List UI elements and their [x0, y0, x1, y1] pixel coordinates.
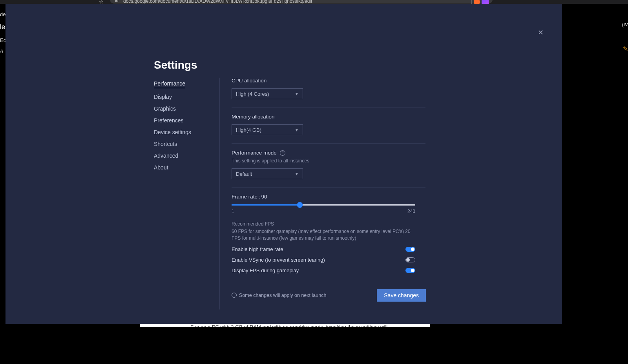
settings-modal: ✕ Settings Performance Display Graphics … — [5, 4, 562, 324]
framerate-section: Frame rate : 90 1 240 Recommended FPS 60… — [232, 187, 425, 309]
slider-fill — [232, 204, 300, 206]
slider-range-labels: 1 240 — [232, 209, 415, 214]
slider-track[interactable] — [232, 204, 415, 206]
toggle-fps-row: Display FPS during gameplay — [232, 268, 415, 273]
url-bar[interactable]: 🗎 docs.google.com/document/d/1sD1yADW2dW… — [110, 0, 493, 4]
framerate-label: Frame rate : 90 — [232, 194, 425, 200]
cpu-select-value: High (4 Cores) — [236, 91, 269, 97]
settings-nav: Performance Display Graphics Preferences… — [154, 80, 191, 171]
toggle-fps-label: Display FPS during gameplay — [232, 268, 299, 273]
perfmode-select-value: Default — [236, 171, 252, 177]
toggle-high-frame-row: Enable high frame rate — [232, 246, 415, 252]
slider-max: 240 — [407, 209, 415, 214]
pencil-icon[interactable]: ✎ — [623, 45, 628, 53]
site-info-icon[interactable]: 🗎 — [115, 0, 119, 3]
recommended-fps-title: Recommended FPS — [232, 221, 425, 227]
cpu-section: CPU allocation High (4 Cores) ▼ — [232, 78, 425, 107]
save-button[interactable]: Save changes — [377, 289, 426, 302]
perfmode-label: Performance mode ? — [232, 150, 425, 156]
slider-thumb[interactable] — [297, 202, 303, 208]
nav-display[interactable]: Display — [154, 94, 191, 100]
left-cut-remnants: de le Edi A — [0, 9, 5, 56]
nav-device-settings[interactable]: Device settings — [154, 129, 191, 135]
nav-graphics[interactable]: Graphics — [154, 106, 191, 112]
perfmode-sublabel: This setting is applied to all instances — [232, 158, 425, 164]
close-icon[interactable]: ✕ — [538, 28, 544, 37]
nav-advanced[interactable]: Advanced — [154, 153, 191, 159]
memory-section: Memory allocation High(4 GB) ▼ — [232, 107, 425, 144]
chevron-down-icon: ▼ — [295, 172, 299, 176]
memory-select[interactable]: High(4 GB) ▼ — [232, 124, 303, 135]
toggle-vsync-label: Enable VSync (to prevent screen tearing) — [232, 257, 325, 263]
info-icon: i — [232, 293, 237, 298]
toggle-display-fps[interactable] — [405, 268, 415, 273]
browser-chrome: ☆ 🗎 docs.google.com/document/d/1sD1yADW2… — [0, 0, 628, 4]
perfmode-section: Performance mode ? This setting is appli… — [232, 144, 425, 187]
nav-shortcuts[interactable]: Shortcuts — [154, 141, 191, 147]
footer: i Some changes will apply on next launch… — [232, 289, 426, 302]
nav-performance[interactable]: Performance — [154, 80, 185, 88]
slider-min: 1 — [232, 209, 234, 214]
perfmode-select[interactable]: Default ▼ — [232, 168, 303, 179]
help-icon[interactable]: ? — [280, 150, 285, 156]
cpu-select[interactable]: High (4 Cores) ▼ — [232, 88, 303, 99]
settings-panel: CPU allocation High (4 Cores) ▼ Memory a… — [219, 78, 425, 309]
memory-select-value: High(4 GB) — [236, 127, 261, 133]
nav-about[interactable]: About — [154, 164, 191, 171]
toggle-high-frame[interactable] — [405, 247, 415, 252]
url-text: docs.google.com/document/d/1sD1yADW2dWXF… — [123, 0, 312, 4]
memory-label: Memory allocation — [232, 114, 425, 120]
info-note: i Some changes will apply on next launch — [232, 293, 326, 298]
right-cut-remnant: (IV — [622, 22, 628, 27]
toggle-high-frame-label: Enable high frame rate — [232, 246, 283, 252]
toggle-vsync-row: Enable VSync (to prevent screen tearing) — [232, 257, 415, 263]
chevron-down-icon: ▼ — [295, 128, 299, 132]
chevron-down-icon: ▼ — [295, 92, 299, 96]
page-title: Settings — [154, 59, 197, 71]
cpu-label: CPU allocation — [232, 78, 425, 84]
toggle-vsync[interactable] — [405, 257, 415, 262]
recommended-fps-body: 60 FPS for smoother gameplay (may effect… — [232, 228, 415, 242]
framerate-slider[interactable]: 1 240 — [232, 204, 425, 214]
background-doc-snippet: Fire on a PC with 2 GB of RAM and with n… — [140, 324, 430, 327]
nav-preferences[interactable]: Preferences — [154, 117, 191, 124]
